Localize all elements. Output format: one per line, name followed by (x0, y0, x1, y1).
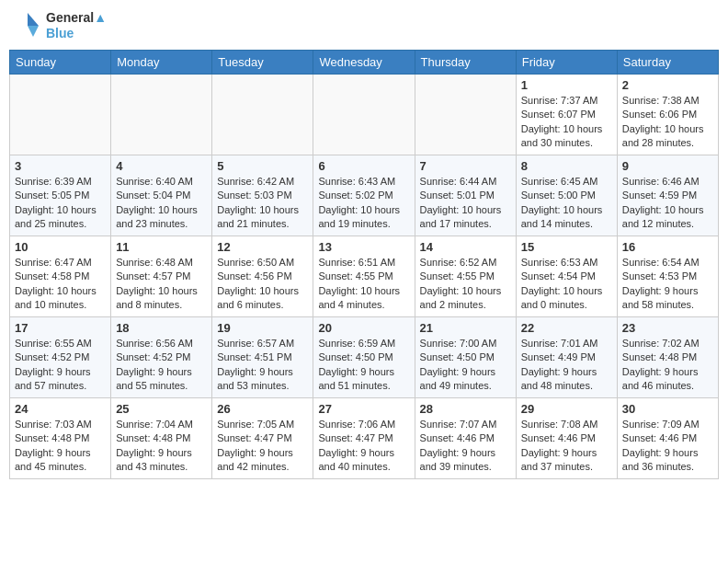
day-info: Sunrise: 7:05 AM Sunset: 4:47 PM Dayligh… (217, 418, 308, 475)
day-info: Sunrise: 7:06 AM Sunset: 4:47 PM Dayligh… (318, 418, 409, 475)
day-number: 28 (420, 402, 511, 416)
day-number: 24 (15, 402, 106, 416)
calendar-cell: 26Sunrise: 7:05 AM Sunset: 4:47 PM Dayli… (212, 398, 313, 479)
day-number: 16 (622, 240, 713, 254)
day-number: 13 (318, 240, 409, 254)
calendar-cell (111, 75, 212, 155)
day-info: Sunrise: 7:08 AM Sunset: 4:46 PM Dayligh… (521, 418, 612, 475)
day-info: Sunrise: 6:43 AM Sunset: 5:02 PM Dayligh… (318, 175, 409, 232)
logo-text: General▲ Blue (46, 10, 107, 41)
day-number: 20 (318, 321, 409, 335)
day-info: Sunrise: 6:59 AM Sunset: 4:50 PM Dayligh… (318, 337, 409, 394)
day-number: 30 (622, 402, 713, 416)
logo: General▲ Blue (9, 9, 107, 42)
day-info: Sunrise: 7:01 AM Sunset: 4:49 PM Dayligh… (521, 337, 612, 394)
day-info: Sunrise: 6:47 AM Sunset: 4:58 PM Dayligh… (15, 256, 106, 313)
calendar-cell: 11Sunrise: 6:48 AM Sunset: 4:57 PM Dayli… (111, 236, 212, 317)
day-info: Sunrise: 7:37 AM Sunset: 6:07 PM Dayligh… (521, 94, 612, 151)
day-info: Sunrise: 6:42 AM Sunset: 5:03 PM Dayligh… (217, 175, 308, 232)
calendar-cell: 14Sunrise: 6:52 AM Sunset: 4:55 PM Dayli… (415, 236, 516, 317)
calendar-cell (10, 75, 111, 155)
column-header-monday: Monday (111, 51, 212, 75)
calendar-cell: 8Sunrise: 6:45 AM Sunset: 5:00 PM Daylig… (516, 155, 617, 236)
day-info: Sunrise: 6:40 AM Sunset: 5:04 PM Dayligh… (116, 175, 207, 232)
calendar-cell (415, 75, 516, 155)
calendar-cell: 29Sunrise: 7:08 AM Sunset: 4:46 PM Dayli… (516, 398, 617, 479)
calendar-cell: 19Sunrise: 6:57 AM Sunset: 4:51 PM Dayli… (212, 317, 313, 398)
day-number: 17 (15, 321, 106, 335)
column-header-sunday: Sunday (10, 51, 111, 75)
day-number: 4 (116, 159, 207, 173)
day-info: Sunrise: 6:46 AM Sunset: 4:59 PM Dayligh… (622, 175, 713, 232)
calendar-cell: 5Sunrise: 6:42 AM Sunset: 5:03 PM Daylig… (212, 155, 313, 236)
calendar-table: SundayMondayTuesdayWednesdayThursdayFrid… (9, 50, 719, 479)
day-info: Sunrise: 7:04 AM Sunset: 4:48 PM Dayligh… (116, 418, 207, 475)
day-number: 10 (15, 240, 106, 254)
calendar-cell: 9Sunrise: 6:46 AM Sunset: 4:59 PM Daylig… (617, 155, 718, 236)
calendar-cell: 17Sunrise: 6:55 AM Sunset: 4:52 PM Dayli… (10, 317, 111, 398)
calendar-cell: 6Sunrise: 6:43 AM Sunset: 5:02 PM Daylig… (313, 155, 415, 236)
day-info: Sunrise: 6:48 AM Sunset: 4:57 PM Dayligh… (116, 256, 207, 313)
calendar-cell: 27Sunrise: 7:06 AM Sunset: 4:47 PM Dayli… (313, 398, 415, 479)
calendar-header-row: SundayMondayTuesdayWednesdayThursdayFrid… (10, 51, 719, 75)
day-info: Sunrise: 6:50 AM Sunset: 4:56 PM Dayligh… (217, 256, 308, 313)
day-info: Sunrise: 6:51 AM Sunset: 4:55 PM Dayligh… (318, 256, 409, 313)
calendar-cell: 23Sunrise: 7:02 AM Sunset: 4:48 PM Dayli… (617, 317, 718, 398)
calendar-cell: 12Sunrise: 6:50 AM Sunset: 4:56 PM Dayli… (212, 236, 313, 317)
day-number: 3 (15, 159, 106, 173)
logo-icon (9, 9, 42, 42)
calendar-cell: 24Sunrise: 7:03 AM Sunset: 4:48 PM Dayli… (10, 398, 111, 479)
column-header-tuesday: Tuesday (212, 51, 313, 75)
calendar-cell: 2Sunrise: 7:38 AM Sunset: 6:06 PM Daylig… (617, 75, 718, 155)
calendar-week-row: 1Sunrise: 7:37 AM Sunset: 6:07 PM Daylig… (10, 75, 719, 155)
day-info: Sunrise: 7:09 AM Sunset: 4:46 PM Dayligh… (622, 418, 713, 475)
day-info: Sunrise: 6:53 AM Sunset: 4:54 PM Dayligh… (521, 256, 612, 313)
day-info: Sunrise: 6:54 AM Sunset: 4:53 PM Dayligh… (622, 256, 713, 313)
day-number: 25 (116, 402, 207, 416)
day-info: Sunrise: 7:02 AM Sunset: 4:48 PM Dayligh… (622, 337, 713, 394)
calendar-cell: 22Sunrise: 7:01 AM Sunset: 4:49 PM Dayli… (516, 317, 617, 398)
calendar-cell: 13Sunrise: 6:51 AM Sunset: 4:55 PM Dayli… (313, 236, 415, 317)
day-info: Sunrise: 6:55 AM Sunset: 4:52 PM Dayligh… (15, 337, 106, 394)
calendar-cell: 20Sunrise: 6:59 AM Sunset: 4:50 PM Dayli… (313, 317, 415, 398)
column-header-saturday: Saturday (617, 51, 718, 75)
calendar-cell: 21Sunrise: 7:00 AM Sunset: 4:50 PM Dayli… (415, 317, 516, 398)
column-header-thursday: Thursday (415, 51, 516, 75)
day-number: 29 (521, 402, 612, 416)
day-number: 12 (217, 240, 308, 254)
calendar-cell: 3Sunrise: 6:39 AM Sunset: 5:05 PM Daylig… (10, 155, 111, 236)
day-info: Sunrise: 7:03 AM Sunset: 4:48 PM Dayligh… (15, 418, 106, 475)
calendar-cell: 30Sunrise: 7:09 AM Sunset: 4:46 PM Dayli… (617, 398, 718, 479)
day-info: Sunrise: 6:45 AM Sunset: 5:00 PM Dayligh… (521, 175, 612, 232)
column-header-wednesday: Wednesday (313, 51, 415, 75)
calendar-cell: 10Sunrise: 6:47 AM Sunset: 4:58 PM Dayli… (10, 236, 111, 317)
day-number: 6 (318, 159, 409, 173)
day-info: Sunrise: 6:52 AM Sunset: 4:55 PM Dayligh… (420, 256, 511, 313)
calendar-cell (313, 75, 415, 155)
day-number: 27 (318, 402, 409, 416)
day-number: 23 (622, 321, 713, 335)
calendar-cell: 25Sunrise: 7:04 AM Sunset: 4:48 PM Dayli… (111, 398, 212, 479)
day-number: 26 (217, 402, 308, 416)
day-info: Sunrise: 7:38 AM Sunset: 6:06 PM Dayligh… (622, 94, 713, 151)
day-info: Sunrise: 6:44 AM Sunset: 5:01 PM Dayligh… (420, 175, 511, 232)
day-number: 8 (521, 159, 612, 173)
day-info: Sunrise: 6:56 AM Sunset: 4:52 PM Dayligh… (116, 337, 207, 394)
calendar-cell: 7Sunrise: 6:44 AM Sunset: 5:01 PM Daylig… (415, 155, 516, 236)
calendar-week-row: 10Sunrise: 6:47 AM Sunset: 4:58 PM Dayli… (10, 236, 719, 317)
day-number: 9 (622, 159, 713, 173)
column-header-friday: Friday (516, 51, 617, 75)
calendar-cell: 15Sunrise: 6:53 AM Sunset: 4:54 PM Dayli… (516, 236, 617, 317)
day-number: 7 (420, 159, 511, 173)
page-header: General▲ Blue (9, 9, 719, 42)
day-number: 19 (217, 321, 308, 335)
day-number: 22 (521, 321, 612, 335)
calendar-week-row: 17Sunrise: 6:55 AM Sunset: 4:52 PM Dayli… (10, 317, 719, 398)
day-info: Sunrise: 7:07 AM Sunset: 4:46 PM Dayligh… (420, 418, 511, 475)
day-number: 11 (116, 240, 207, 254)
calendar-cell: 16Sunrise: 6:54 AM Sunset: 4:53 PM Dayli… (617, 236, 718, 317)
calendar-cell (212, 75, 313, 155)
calendar-cell: 1Sunrise: 7:37 AM Sunset: 6:07 PM Daylig… (516, 75, 617, 155)
calendar-cell: 18Sunrise: 6:56 AM Sunset: 4:52 PM Dayli… (111, 317, 212, 398)
day-number: 21 (420, 321, 511, 335)
